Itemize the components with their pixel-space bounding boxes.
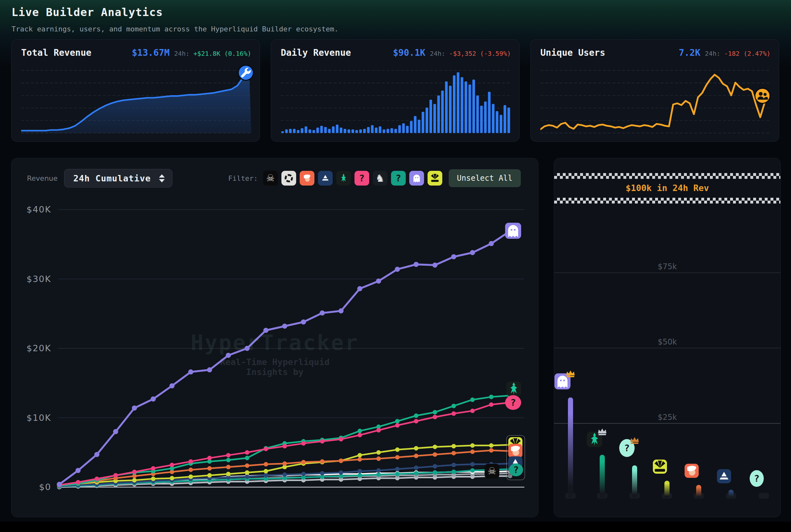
- card-value: $90.1K: [393, 48, 425, 58]
- card-title: Total Revenue: [21, 48, 91, 58]
- crown-icon: [629, 437, 640, 444]
- filter-label: Filter:: [228, 174, 258, 182]
- filter-button-ghost[interactable]: [409, 171, 424, 186]
- stat-card-total-revenue: Total Revenue$13.67M24h:+$21.8K (0.16%): [11, 39, 260, 142]
- question-mark-icon: ?: [624, 442, 629, 454]
- card-period-label: 24h:: [705, 50, 720, 57]
- bottom-bar: [0, 522, 791, 532]
- metric-label: Revenue: [27, 174, 58, 182]
- mintq-builder-race-icon: ?: [750, 470, 764, 487]
- filter-button-ring[interactable]: [281, 171, 296, 186]
- revenue-chart-panel: Revenue 24h Cumulative Filter: ☠?♞? Unse…: [11, 158, 539, 517]
- users-icon: [755, 89, 770, 103]
- mantis-race-bar: [600, 455, 605, 498]
- cumulative-revenue-chart: $40K$30K$20K$10K$0HyperTrackerReal-Time …: [12, 194, 538, 515]
- bronze-crown-icon: [629, 437, 640, 444]
- orange-builder-race-icon: [684, 464, 699, 478]
- stat-card-daily-revenue: Daily Revenue$90.1K24h:-$3,352 (-3.59%): [271, 39, 520, 142]
- card-value: 7.2K: [679, 48, 700, 58]
- card-delta: -$3,352 (-3.59%): [449, 50, 511, 57]
- chart-controls: Revenue 24h Cumulative Filter: ☠?♞? Unse…: [12, 158, 538, 192]
- orange-logo-icon: [684, 464, 699, 478]
- mountain-race-bar: [729, 490, 734, 498]
- tealq-builder-icon: ?: [509, 463, 523, 476]
- page-subtitle: Track earnings, users, and momentum acro…: [12, 25, 338, 33]
- mantis-icon: [338, 173, 349, 183]
- orange-logo-icon: [302, 173, 312, 183]
- mintq-race-bar: [632, 466, 637, 498]
- lion-icon: ♞: [375, 173, 384, 183]
- race-grid-label: $75k: [554, 262, 780, 271]
- race-gridline: [554, 348, 780, 348]
- ghost-icon: [412, 173, 422, 183]
- mantis-icon: [506, 381, 521, 396]
- orange-builder-icon: [508, 444, 523, 458]
- wrench-badge-icon: [238, 65, 254, 81]
- race-grid-label: $25k: [554, 413, 780, 422]
- race-gridline: [554, 272, 780, 273]
- crown-icon: [597, 428, 607, 436]
- mantis-builder-icon: [506, 381, 521, 396]
- silver-crown-icon: [597, 428, 607, 436]
- ghost-race-bar: [568, 397, 573, 498]
- card-title: Unique Users: [540, 48, 605, 58]
- card-mini-chart: [540, 69, 771, 134]
- filter-button-lion[interactable]: ♞: [373, 171, 388, 186]
- orange-race-bar: [696, 485, 701, 498]
- bat-icon: [653, 460, 667, 474]
- skull-icon: ☠: [266, 173, 275, 183]
- live-builder-analytics-page: Live Builder Analytics Track earnings, u…: [0, 0, 791, 532]
- filter-button-skull[interactable]: ☠: [263, 171, 278, 186]
- chevron-updown-icon: [159, 174, 165, 182]
- bat-race-bar: [664, 481, 670, 498]
- pinkq-builder-icon: ?: [505, 395, 521, 410]
- ring-icon: [284, 173, 294, 183]
- question-mark-icon: ?: [513, 464, 519, 475]
- mountain-builder-race-icon: [717, 469, 731, 483]
- question-mark-icon: ?: [359, 173, 364, 184]
- filter-button-tealq[interactable]: ?: [391, 171, 406, 186]
- stat-card-unique-users: Unique Users7.2K24h:-182 (2.47%): [530, 39, 779, 142]
- card-mini-chart: [21, 69, 251, 134]
- page-title: Live Builder Analytics: [12, 6, 338, 19]
- y-axis-tick: $10K: [14, 413, 51, 423]
- card-period-label: 24h:: [174, 50, 189, 57]
- y-axis-tick: $30K: [14, 274, 51, 284]
- card-value: $13.67M: [132, 48, 170, 58]
- card-mini-chart: [281, 69, 511, 134]
- gold-crown-icon: [565, 370, 576, 378]
- card-delta: -182 (2.47%): [724, 50, 771, 57]
- race-grid-label: $50k: [554, 338, 780, 346]
- filter-button-mantis[interactable]: [336, 171, 351, 186]
- filter-button-mountain[interactable]: [318, 171, 333, 186]
- card-delta: +$21.8K (0.16%): [193, 50, 251, 57]
- question-mark-icon: ?: [510, 397, 516, 408]
- wrench-icon: [239, 66, 253, 80]
- race-gridline: [554, 423, 780, 424]
- users-badge-icon: [754, 88, 771, 104]
- bat-builder-race-icon: [653, 460, 667, 474]
- y-axis-tick: $0: [14, 482, 51, 492]
- ghost-icon: [505, 223, 521, 239]
- filter-button-bat[interactable]: [428, 171, 442, 186]
- orange-logo-icon: [508, 444, 523, 458]
- unselect-all-button[interactable]: Unselect All: [449, 169, 521, 187]
- y-axis-tick: $20K: [14, 343, 51, 353]
- card-period-label: 24h:: [430, 50, 445, 57]
- question-mark-icon: ?: [396, 173, 401, 184]
- filter-button-orange[interactable]: [300, 171, 315, 186]
- builder-filter-row: ☠?♞?: [263, 171, 442, 186]
- filter-button-pinkq[interactable]: ?: [355, 171, 369, 186]
- card-title: Daily Revenue: [281, 48, 351, 58]
- skull-builder-icon: ☠: [485, 464, 500, 478]
- timeframe-dropdown[interactable]: 24h Cumulative: [64, 169, 172, 188]
- y-axis-tick: $40K: [14, 205, 51, 214]
- crown-icon: [565, 370, 576, 378]
- mountain-triangle-icon: [320, 173, 331, 183]
- mountain-triangle-icon: [717, 469, 731, 483]
- race-lane-base: [759, 493, 769, 499]
- bat-icon: [430, 173, 440, 183]
- race-goal-label: $100k in 24h Rev: [554, 183, 780, 193]
- question-mark-icon: ?: [754, 473, 759, 484]
- ghost-builder-icon: [505, 223, 521, 239]
